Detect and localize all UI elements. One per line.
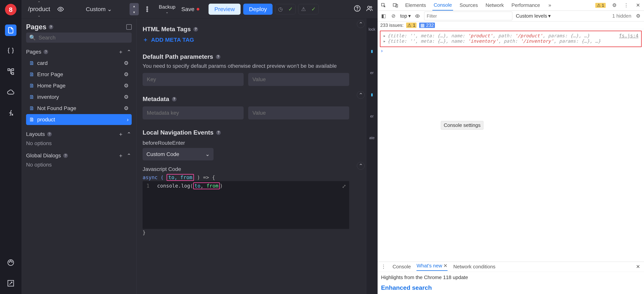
breadcrumb-stepper[interactable]: ⌃ /product ⌄ <box>26 0 52 18</box>
devtools-settings-icon[interactable]: ⚙ <box>611 2 618 9</box>
tab-sources[interactable]: Sources <box>458 0 479 10</box>
log-source-link[interactable]: fs.js:4 <box>619 33 638 38</box>
page-item-inventory[interactable]: 🗎 inventory ⚙ <box>26 92 132 102</box>
close-icon[interactable]: ✕ <box>443 263 448 269</box>
metadata-value-input[interactable] <box>252 110 345 116</box>
devtools-more-icon[interactable]: ⋮ <box>623 2 630 9</box>
action-type-select[interactable]: Custom Code ⌄ <box>142 148 214 160</box>
issues-bar[interactable]: 233 issues: ⚠ 1 ▦ 232 <box>378 21 644 29</box>
console-prompt-icon[interactable]: › <box>380 47 642 55</box>
gear-icon[interactable]: ⚙ <box>124 83 128 89</box>
gear-icon[interactable]: ⚙ <box>124 94 128 100</box>
help-dot-icon[interactable]: ? <box>63 153 68 158</box>
metadata-key-field[interactable] <box>142 106 244 120</box>
backup-stepper[interactable]: Backup ⌄ <box>156 4 179 14</box>
breadcrumb[interactable]: /product <box>26 5 52 13</box>
pages-search[interactable]: 🔍 <box>26 32 132 43</box>
add-page-icon[interactable]: ＋ <box>118 49 124 55</box>
console-filter[interactable] <box>424 12 512 20</box>
status-warning[interactable]: ⚠ ✓ <box>298 4 318 14</box>
drawer-close-icon[interactable]: ✕ <box>635 264 641 270</box>
path-key-input[interactable] <box>147 76 240 83</box>
collapse-icon[interactable]: ⌃ <box>126 131 132 137</box>
pages-icon[interactable] <box>5 24 16 36</box>
path-key-field[interactable] <box>142 73 244 86</box>
expand-icon[interactable]: ⤢ <box>342 183 346 189</box>
page-item-home[interactable]: 🗎 Home Page ⚙ <box>26 80 132 91</box>
help-dot-icon[interactable]: ? <box>194 27 198 32</box>
inspect-icon[interactable] <box>380 2 387 9</box>
more-tabs-icon[interactable]: » <box>546 2 553 9</box>
status-timer[interactable]: ◷ ✓ <box>275 4 296 14</box>
collapse-toggle[interactable]: ⌃ <box>357 91 364 99</box>
page-item-notfound[interactable]: 🗎 Not Found Page ⚙ <box>26 103 132 114</box>
viewport-dropdown[interactable]: Custom ⌄ <box>83 4 114 14</box>
log-levels-select[interactable]: Custom levels ▾ <box>516 13 551 19</box>
path-value-field[interactable] <box>248 73 349 86</box>
preview-button[interactable]: Preview <box>208 4 240 15</box>
tab-console[interactable]: Console <box>432 0 453 10</box>
page-item-product[interactable]: 🗎 product › <box>26 114 132 125</box>
live-expression-icon[interactable] <box>414 13 421 19</box>
tree-icon[interactable] <box>5 66 16 77</box>
drawer-tab-network-cond[interactable]: Network conditions <box>453 264 496 270</box>
collapse-toggle[interactable]: ⌃ <box>357 20 364 28</box>
collapse-icon[interactable]: ⌃ <box>126 153 132 158</box>
drawer-more-icon[interactable]: ⋮ <box>380 264 387 270</box>
braces-icon[interactable] <box>5 45 16 57</box>
stepper-down-icon[interactable]: ▾ <box>130 9 139 15</box>
expand-triangle-icon[interactable]: ▸ <box>383 38 386 44</box>
size-stepper[interactable]: ▴ ▾ <box>130 3 139 15</box>
device-icon[interactable] <box>392 2 399 9</box>
gear-icon[interactable]: ⚙ <box>124 60 128 66</box>
drawer-tab-whatsnew[interactable]: What's new✕ <box>416 263 448 271</box>
help-dot-icon[interactable]: ? <box>172 97 176 101</box>
brand-logo[interactable]: 8 <box>5 4 16 15</box>
deploy-button[interactable]: Deploy <box>243 4 272 15</box>
help-dot-icon[interactable]: ? <box>216 130 221 135</box>
clear-console-icon[interactable]: ⊘ <box>390 13 397 19</box>
tab-elements[interactable]: Elements <box>404 0 427 10</box>
help-dot-icon[interactable]: ? <box>44 50 48 54</box>
palette-icon[interactable] <box>5 257 16 268</box>
log-row[interactable]: ▸ {title: '', meta: {…}, name: 'inventor… <box>383 38 638 44</box>
more-icon[interactable] <box>142 3 153 15</box>
gear-icon[interactable]: ⚙ <box>124 71 128 78</box>
visibility-icon[interactable] <box>55 3 66 15</box>
code-editor[interactable]: 1 console.log(to, from) ⤢ <box>142 181 349 229</box>
collapse-icon[interactable]: ⌃ <box>126 49 132 55</box>
page-item-error[interactable]: 🗎 Error Page ⚙ <box>26 69 132 80</box>
log-row[interactable]: ▸ {title: '', meta: {…}, name: 'product'… <box>383 33 638 38</box>
toggle-panel-icon[interactable] <box>126 24 132 30</box>
sidebar-toggle-icon[interactable]: ◧ <box>380 13 387 19</box>
metadata-key-input[interactable] <box>147 110 240 116</box>
fullscreen-icon[interactable] <box>5 278 16 289</box>
context-select[interactable]: top ▾ <box>400 13 411 19</box>
console-filter-input[interactable] <box>427 13 510 19</box>
function-icon[interactable] <box>5 107 16 119</box>
expand-triangle-icon[interactable]: ▸ <box>383 33 386 38</box>
add-dialog-icon[interactable]: ＋ <box>118 153 124 158</box>
stepper-up-icon[interactable]: ▴ <box>130 3 139 9</box>
add-meta-button[interactable]: ＋ ADD META TAG <box>142 36 349 44</box>
team-icon[interactable] <box>366 5 373 13</box>
search-input[interactable] <box>38 35 128 41</box>
help-dot-icon[interactable]: ? <box>47 132 52 137</box>
path-value-input[interactable] <box>252 76 345 83</box>
help-dot-icon[interactable]: ? <box>216 55 220 59</box>
add-layout-icon[interactable]: ＋ <box>118 131 124 137</box>
metadata-value-field[interactable] <box>248 106 349 120</box>
warning-badge[interactable]: ⚠ 1 <box>595 3 606 8</box>
tab-network[interactable]: Network <box>484 0 505 10</box>
page-item-card[interactable]: 🗎 card ⚙ <box>26 58 132 69</box>
tab-performance[interactable]: Performance <box>510 0 541 10</box>
drawer-tab-console[interactable]: Console <box>392 264 411 270</box>
devtools-close-icon[interactable]: ✕ <box>635 2 641 9</box>
collapse-toggle[interactable]: ⌃ <box>357 162 364 169</box>
help-icon[interactable] <box>354 5 361 13</box>
console-settings-icon[interactable]: ⚙ <box>635 13 641 19</box>
save-button[interactable]: Save <box>181 6 199 12</box>
cloud-icon[interactable] <box>5 87 16 98</box>
help-dot-icon[interactable]: ? <box>49 25 53 29</box>
gear-icon[interactable]: ⚙ <box>124 105 128 111</box>
